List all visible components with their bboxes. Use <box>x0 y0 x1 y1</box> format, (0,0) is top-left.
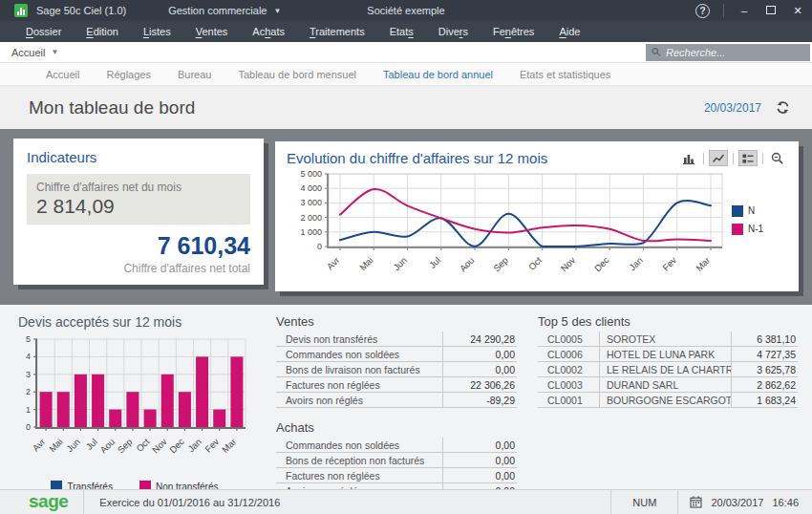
tab-tableau-de-bord-mensuel[interactable]: Tableau de bord mensuel <box>224 63 370 86</box>
legend-label: Non transférés <box>156 482 219 490</box>
menu-item-aide[interactable]: Aide <box>546 21 592 42</box>
row-label: Bons de réception non facturés <box>276 455 442 466</box>
row-value: 24 290,28 <box>442 332 517 346</box>
client-amount: 2 862,62 <box>731 377 798 392</box>
menu-item-traitements[interactable]: Traitements <box>297 21 377 42</box>
menu-item-listes[interactable]: Listes <box>131 21 183 42</box>
bar-chart-legend: TransférésNon transférés <box>14 481 255 489</box>
close-button[interactable]: ✕ <box>791 5 804 17</box>
dashboard-date: 20/03/2017 <box>704 101 761 115</box>
bar-chart-icon <box>681 151 696 166</box>
sales-row-devis-non-transferes[interactable]: Devis non transférés24 290,28 <box>276 332 517 347</box>
help-button[interactable]: ? <box>695 4 710 18</box>
zoom-icon-button[interactable] <box>768 150 787 166</box>
chart-toolbar <box>679 150 787 166</box>
search-box[interactable] <box>646 44 810 61</box>
svg-text:Avr: Avr <box>325 255 342 272</box>
minimize-button[interactable]: – <box>737 5 751 16</box>
monthly-revenue-label: Chiffre d'affaires net du mois <box>36 181 241 194</box>
client-row-cl0003[interactable]: CL0003DURAND SARL2 862,62 <box>538 377 798 393</box>
row-label: Factures non réglées <box>276 470 442 482</box>
menu-item-dossier[interactable]: Dossier <box>13 21 74 42</box>
tab-reglages[interactable]: Réglages <box>93 63 163 86</box>
menu-item-fenetres[interactable]: Fenêtres <box>481 21 546 42</box>
indicators-card: Indicateurs Chiffre d'affaires net du mo… <box>13 139 264 285</box>
sales-row-factures-non-reglees[interactable]: Factures non réglées22 306,26 <box>276 377 517 393</box>
indicators-title: Indicateurs <box>27 149 250 165</box>
client-amount: 1 683,24 <box>731 393 798 407</box>
client-name: BOURGOGNE ESCARGOT <box>599 393 731 407</box>
svg-text:4: 4 <box>26 352 31 361</box>
menu-item-ventes[interactable]: Ventes <box>183 21 241 42</box>
home-tab[interactable]: Accueil ▼ <box>0 47 66 58</box>
quotes-chart-panel: Devis acceptés sur 12 mois 012345AvrMaiJ… <box>14 312 255 489</box>
home-tab-label: Accueil <box>11 47 45 58</box>
client-row-cl0006[interactable]: CL0006HOTEL DE LUNA PARK4 727,35 <box>538 347 798 362</box>
svg-text:1 000: 1 000 <box>300 227 322 237</box>
tab-tableau-de-bord-annuel[interactable]: Tableau de bord annuel <box>370 63 506 86</box>
purchases-section-title: Achats <box>276 420 517 435</box>
svg-text:Fev: Fev <box>203 436 221 454</box>
row-value: 0,00 <box>442 362 517 376</box>
legend-swatch <box>732 205 743 217</box>
app-title: Sage 50c Ciel (1.0) <box>36 5 126 16</box>
home-tab-row: Accueil ▼ <box>0 42 812 63</box>
total-revenue-value: 7 610,34 <box>27 232 250 260</box>
svg-text:0: 0 <box>317 242 322 251</box>
purchases-row-factures-non-reglees[interactable]: Factures non réglées0,00 <box>276 468 517 483</box>
status-date: 20/03/2017 <box>711 497 763 508</box>
maximize-icon <box>766 6 776 14</box>
legend-swatch <box>51 481 62 489</box>
client-code: CL0006 <box>538 347 599 361</box>
line-chart-icon-button[interactable] <box>709 150 728 166</box>
client-row-cl0005[interactable]: CL0005SOROTEX6 381,10 <box>538 332 798 347</box>
monthly-revenue-value: 2 814,09 <box>36 195 241 218</box>
refresh-icon <box>775 99 791 116</box>
svg-text:Oct: Oct <box>526 254 544 271</box>
row-label: Commandes non soldées <box>276 439 442 451</box>
row-label: Factures non réglées <box>276 379 442 391</box>
legend-icon-button[interactable] <box>738 150 758 166</box>
svg-text:Sep: Sep <box>116 437 135 456</box>
tab-etats-et-statistiques[interactable]: Etats et statistiques <box>506 63 624 86</box>
client-name: LE RELAIS DE LA CHARTREUSE <box>599 362 731 376</box>
tab-bureau[interactable]: Bureau <box>164 63 224 86</box>
client-row-cl0002[interactable]: CL0002LE RELAIS DE LA CHARTREUSE3 625,78 <box>538 362 798 377</box>
bar-chart-icon-button[interactable] <box>679 150 698 166</box>
purchases-row-commandes-non-soldees[interactable]: Commandes non soldées0,00 <box>276 438 517 453</box>
sage-logo: sage <box>0 491 83 514</box>
sales-row-avoirs-non-regles[interactable]: Avoirs non réglés-89,29 <box>276 393 517 408</box>
menu-item-edition[interactable]: Edition <box>74 21 131 42</box>
top-clients-table: CL0005SOROTEX6 381,10CL0006HOTEL DE LUNA… <box>538 332 798 408</box>
revenue-line-chart: 01 0002 0003 0004 0005 000AvrMaiJunJulAo… <box>287 166 728 287</box>
maximize-button[interactable] <box>764 5 778 16</box>
sales-row-commandes-non-soldees[interactable]: Commandes non soldées0,00 <box>276 347 517 362</box>
sales-purchases-panel: Ventes Devis non transférés24 290,28Comm… <box>276 312 517 489</box>
svg-text:Oct: Oct <box>134 436 151 453</box>
menu-item-divers[interactable]: Divers <box>426 21 481 42</box>
svg-text:Fev: Fev <box>660 254 678 272</box>
svg-text:4 000: 4 000 <box>300 183 322 193</box>
row-label: Bons de livraison non facturés <box>276 364 442 375</box>
module-selector[interactable]: Gestion commerciale ▼ <box>168 5 281 16</box>
menu-item-etats[interactable]: Etats <box>377 21 426 42</box>
sales-table: Devis non transférés24 290,28Commandes n… <box>276 332 517 408</box>
search-input[interactable] <box>666 47 804 58</box>
row-label: Commandes non soldées <box>276 349 442 360</box>
legend-label: N <box>748 205 755 216</box>
svg-text:Jun: Jun <box>64 437 82 455</box>
sales-row-bons-de-livraison-non-factures[interactable]: Bons de livraison non facturés0,00 <box>276 362 517 377</box>
purchases-row-bons-de-reception-non-factures[interactable]: Bons de réception non facturés0,00 <box>276 453 517 468</box>
menu-item-achats[interactable]: Achats <box>240 21 297 42</box>
svg-text:Jun: Jun <box>391 255 409 273</box>
tab-accueil[interactable]: Accueil <box>32 63 93 86</box>
svg-text:Mar: Mar <box>220 437 238 455</box>
dashboard-top-section: Indicateurs Chiffre d'affaires net du mo… <box>0 129 812 305</box>
top-clients-title: Top 5 des clients <box>538 314 798 329</box>
legend-icon <box>740 151 756 166</box>
client-row-cl0001[interactable]: CL0001BOURGOGNE ESCARGOT1 683,24 <box>538 393 798 408</box>
row-value: -89,29 <box>442 393 517 407</box>
menubar: DossierEditionListesVentesAchatsTraiteme… <box>0 21 812 42</box>
refresh-button[interactable] <box>775 99 791 116</box>
page-title: Mon tableau de bord <box>29 97 195 118</box>
